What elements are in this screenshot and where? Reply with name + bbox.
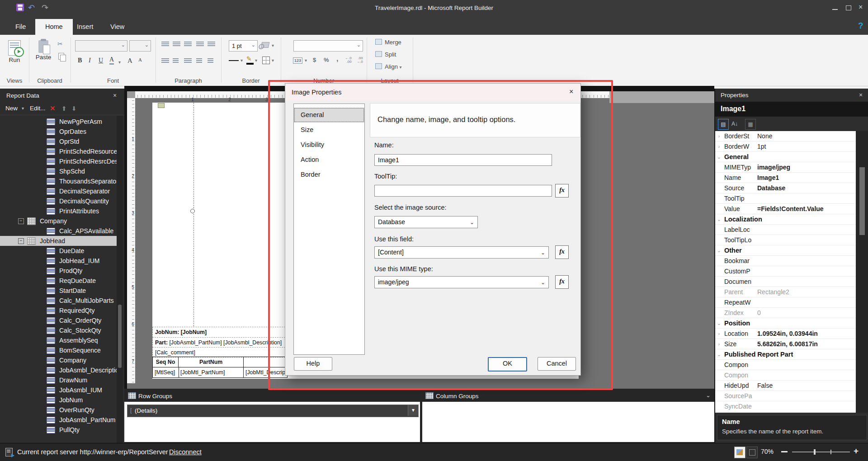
property-row[interactable]: CustomP [715,266,856,277]
table-cell-mtlseq[interactable]: [MtlSeq] [153,367,179,377]
property-row[interactable]: ZIndex 0 [715,308,856,318]
property-value[interactable]: 5.68262in, 6.00817in [754,340,856,348]
property-row[interactable]: › BorderW 1pt [715,141,856,152]
property-row[interactable]: › Location 1.09524in, 0.03944in [715,329,856,339]
new-button[interactable]: New [5,105,18,112]
paste-button[interactable]: Paste [32,38,55,76]
property-value[interactable]: Database [754,184,856,192]
property-row[interactable]: Parent Rectangle2 [715,287,856,297]
tree-item[interactable]: OprDates [0,127,117,136]
property-row[interactable]: ⌄ Localization [715,214,856,225]
increase-decimal-icon[interactable]: .00→.0 [356,56,363,64]
tree-item[interactable]: DrawNum [0,375,117,385]
property-expander-icon[interactable]: ⌄ [715,352,723,357]
copy-icon[interactable] [58,53,64,60]
textbox-part[interactable]: Part: [JobAsmbl_PartNum] [JobAsmbl_Descr… [152,337,288,348]
close-icon[interactable]: × [859,3,863,11]
help-icon[interactable]: ? [858,21,863,31]
tree-expander-icon[interactable] [18,238,24,244]
thousands-separator-icon[interactable]: , [336,55,338,63]
property-expander-icon[interactable]: › [715,331,723,336]
property-row[interactable]: ⌄ Size [715,412,856,413]
property-value[interactable]: 1.09524in, 0.03944in [754,330,856,337]
property-row[interactable]: ToolTip [715,193,856,204]
tree-item[interactable]: ShpSchd [0,166,117,176]
tree-item[interactable]: Calc_OrderQty [0,315,117,325]
borders-dropdown[interactable]: ▾ [272,58,274,63]
materials-table[interactable]: Seq No PartNum [MtlSeq] [JobMtl_PartNum]… [152,357,288,378]
align-top-icon[interactable] [161,42,169,47]
property-row[interactable]: Documen [715,277,856,287]
align-middle-icon[interactable] [173,42,180,47]
align-center-icon[interactable] [173,58,179,64]
textbox-jobnum[interactable]: JobNum: [JobNum] [152,327,288,338]
tree-item[interactable]: Calc_APSAvailable [0,226,117,236]
tree-item[interactable]: PrintSchedResrcDesc [0,156,117,166]
property-row[interactable]: HideUpd False [715,381,856,391]
move-up-icon[interactable]: ⬆ [61,105,66,112]
tree-item[interactable]: JobAsmbl_IUM [0,385,117,395]
property-row[interactable]: ⌄ General [715,152,856,162]
tree-item[interactable]: Company [0,355,117,365]
tab-file[interactable]: File [5,19,36,35]
zoom-slider[interactable] [792,452,850,452]
tree-item[interactable]: DueDate [0,246,117,256]
border-width-select[interactable]: 1 pt ⌄ [229,40,258,52]
categorized-view-icon[interactable]: ▤ [718,119,729,130]
tree-item[interactable]: JobHead [0,236,117,246]
align-button[interactable]: Align ▾ [375,63,402,73]
tree-item[interactable]: ReqDueDate [0,276,117,286]
tree-item[interactable]: PrintAttributes [0,206,117,216]
property-row[interactable]: › BorderSt None [715,131,856,141]
underline-button[interactable]: U [99,57,103,64]
tree-item[interactable]: PullQty [0,425,117,435]
tree-expander-icon[interactable] [18,218,24,224]
property-row[interactable]: ⌄ Position [715,318,856,329]
tab-view[interactable]: View [100,19,134,35]
image-item-corner[interactable] [158,103,165,108]
number-format-dropdown[interactable]: ▾ [305,58,307,63]
align-left-icon[interactable] [161,58,169,64]
tree-item[interactable]: OverRunQty [0,405,117,415]
property-value[interactable]: False [754,382,856,389]
borders-icon[interactable] [262,56,270,64]
tree-item[interactable]: Calc_MultiJobParts [0,296,117,306]
split-button[interactable]: Split [375,51,396,61]
cut-icon[interactable]: ✂ [57,40,63,47]
number-format-select[interactable]: ⌄ [293,40,363,52]
property-value[interactable]: Image1 [754,174,856,181]
tree-item[interactable]: BomSequence [0,345,117,355]
edit-button[interactable]: Edit... [30,105,46,112]
property-expander-icon[interactable]: › [715,134,723,139]
font-color-button[interactable]: A [109,56,114,65]
zoom-out-button[interactable] [781,451,788,452]
table-header-partnum[interactable]: PartNum [179,357,244,367]
tree-item[interactable]: RequiredQty [0,306,117,315]
property-row[interactable]: Source Database [715,183,856,193]
currency-icon[interactable]: $ [313,56,316,63]
property-row[interactable]: › Size 5.68262in, 6.00817in [715,339,856,349]
delete-icon[interactable]: ✕ [50,104,56,113]
tree-item[interactable]: JobNum [0,395,117,405]
zoom-slider-thumb[interactable] [814,449,816,455]
alphabetical-sort-icon[interactable]: A↓ [730,119,740,129]
tree-item[interactable]: Calc_StockQty [0,325,117,335]
property-row[interactable]: LabelLoc [715,225,856,235]
property-row[interactable]: MIMETyp image/jpeg [715,162,856,173]
align-right-icon[interactable] [184,58,192,64]
tree-item[interactable]: JobAsmbl_PartNum [0,415,117,425]
percent-icon[interactable]: % [324,56,329,63]
property-row[interactable]: SourcePa [715,391,856,401]
tree-item[interactable]: ProdQty [0,266,117,276]
tree-item[interactable]: Company [0,216,117,226]
property-row[interactable]: Bookmar [715,256,856,266]
table-cell-partnum[interactable]: [JobMtl_PartNum] [179,367,244,377]
property-row[interactable]: ToolTipLo [715,235,856,245]
tree-item[interactable]: AssemblySeq [0,335,117,345]
property-value[interactable]: image/jpeg [754,164,856,171]
property-expander-icon[interactable]: ⌄ [715,217,723,222]
tree-item[interactable]: NewPgPerAsm [0,117,117,127]
restore-icon[interactable] [846,5,851,10]
scrollbar-thumb[interactable] [118,305,122,368]
details-group-item[interactable]: [ (Details) ▼ [127,405,419,417]
